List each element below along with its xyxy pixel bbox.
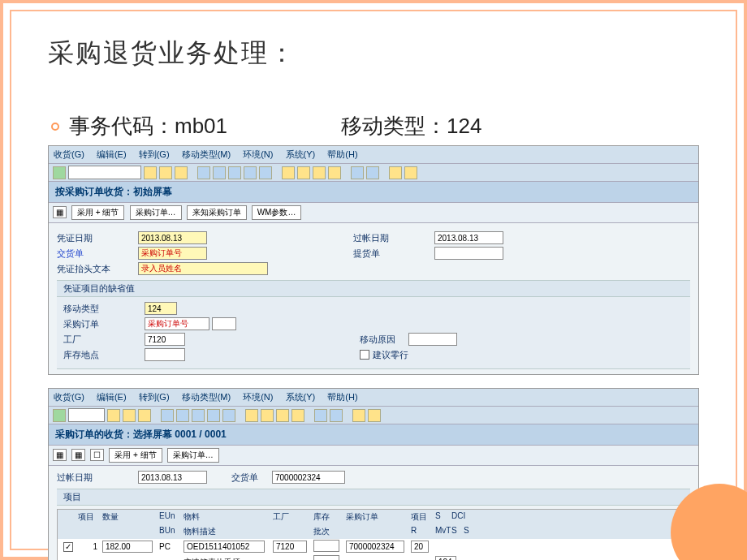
menu-item[interactable]: 系统(Y)	[286, 149, 316, 159]
menu-item[interactable]: 系统(Y)	[286, 392, 316, 402]
slip-field[interactable]: 7000002324	[272, 471, 345, 484]
po-field[interactable]: 采购订单号	[145, 317, 209, 330]
wm-param-button[interactable]: WM参数…	[252, 205, 302, 220]
app-toolbar: ▦ 采用 + 细节 采购订单… 来知采购订单 WM参数…	[49, 203, 698, 223]
menu-item[interactable]: 移动类型(M)	[182, 149, 231, 159]
toolbar-icon[interactable]	[276, 409, 289, 422]
toolbar-icon[interactable]	[107, 409, 120, 422]
plant-field[interactable]: 7120	[145, 333, 185, 346]
row-checkbox[interactable]: ✓	[63, 542, 73, 552]
toolbar-icon[interactable]	[328, 166, 341, 179]
header-text-field[interactable]: 录入员姓名	[138, 262, 268, 275]
adopt-detail-button[interactable]: 采用 + 细节	[71, 205, 124, 220]
toolbar-icon[interactable]	[197, 166, 210, 179]
col-s3: S	[461, 526, 473, 537]
command-field[interactable]	[68, 166, 141, 179]
cell-qty[interactable]: 182.00	[102, 541, 153, 553]
cell-eun: PC	[157, 542, 181, 551]
toolbar-icon[interactable]	[123, 409, 136, 422]
cell-plant[interactable]: 7120	[273, 541, 307, 553]
toolbar-icon[interactable]	[366, 166, 379, 179]
adopt-detail-button[interactable]: 采用 + 细节	[109, 448, 162, 463]
slide-title: 采购退货业务处理：	[48, 36, 699, 71]
table-row: ✓ 1 182.00 PC OED1511401052 7120 7000002…	[58, 539, 689, 554]
standard-toolbar	[49, 407, 698, 424]
toolbar-icon[interactable]	[138, 409, 151, 422]
help-icon[interactable]	[352, 409, 365, 422]
table-row-sub: 变速箱壳体毛坯 124 –	[58, 554, 689, 560]
table-header-row2: BUn 物料描述 批次 R MvT S S	[58, 524, 689, 539]
menu-item[interactable]: 转到(G)	[139, 392, 170, 402]
menu-item[interactable]: 编辑(E)	[97, 392, 127, 402]
po-button[interactable]: 采购订单…	[130, 205, 182, 220]
toolbar-icon[interactable]	[259, 166, 272, 179]
suggest-zero-checkbox[interactable]	[360, 350, 369, 360]
toolbar-icon[interactable]	[314, 409, 327, 422]
table-header-row: 项目 数量 EUn 物料 工厂 库存 采购订单 项目 S DCI	[58, 510, 689, 524]
bill-field[interactable]	[434, 247, 503, 260]
menu-item[interactable]: 编辑(E)	[97, 149, 127, 159]
col-s2: S	[449, 526, 461, 537]
menu-item[interactable]: 移动类型(M)	[182, 392, 231, 402]
header-text-label: 凭证抬头文本	[57, 263, 138, 275]
cell-sloc[interactable]	[313, 540, 339, 552]
toolbar-icon[interactable]	[244, 166, 257, 179]
sap-screenshot-initial: 收货(G) 编辑(E) 转到(G) 移动类型(M) 环境(N) 系统(Y) 帮助…	[48, 145, 699, 375]
unknown-po-button[interactable]: 来知采购订单	[187, 205, 247, 220]
command-field[interactable]	[68, 408, 105, 422]
toolbar-icon[interactable]: ▦	[53, 449, 67, 461]
cell-batch[interactable]	[313, 555, 339, 560]
po-button[interactable]: 采购订单…	[167, 448, 219, 463]
help-icon[interactable]	[389, 166, 402, 179]
menu-item[interactable]: 环境(N)	[243, 392, 273, 402]
menu-item[interactable]: 帮助(H)	[327, 149, 357, 159]
menu-item[interactable]: 帮助(H)	[327, 392, 357, 402]
cell-poitm[interactable]: 20	[411, 541, 429, 553]
menu-item[interactable]: 收货(G)	[54, 149, 84, 159]
cell-mat[interactable]: OED1511401052	[184, 541, 265, 553]
items-table: 项目 数量 EUn 物料 工厂 库存 采购订单 项目 S DCI BUn 物料	[57, 509, 690, 560]
toolbar-icon[interactable]	[161, 409, 174, 422]
bullet-line: 事务代码：mb01 移动类型：124	[48, 112, 699, 140]
toolbar-icon[interactable]	[159, 166, 172, 179]
toolbar-icon[interactable]	[351, 166, 364, 179]
toolbar-icon[interactable]	[313, 166, 326, 179]
toolbar-icon[interactable]	[144, 166, 157, 179]
doc-date-field[interactable]: 2013.08.13	[138, 231, 207, 244]
mvt-type-label: 移动类型	[63, 303, 145, 315]
standard-toolbar	[49, 164, 698, 182]
menu-item[interactable]: 转到(G)	[139, 149, 170, 159]
toolbar-icon[interactable]	[213, 166, 226, 179]
cell-po[interactable]: 7000002324	[346, 541, 404, 553]
post-date-field[interactable]: 2013.08.13	[138, 471, 207, 484]
toolbar-icon[interactable]	[207, 409, 220, 422]
toolbar-icon[interactable]: ▦	[53, 206, 67, 218]
toolbar-icon[interactable]	[245, 409, 258, 422]
sloc-field[interactable]	[145, 348, 185, 361]
toolbar-icon[interactable]	[228, 166, 241, 179]
post-date-field[interactable]: 2013.08.13	[434, 231, 503, 244]
toolbar-icon[interactable]: ☐	[90, 449, 104, 461]
reason-field[interactable]	[408, 333, 457, 346]
menu-item[interactable]: 收货(G)	[54, 392, 84, 402]
toolbar-icon[interactable]	[175, 166, 188, 179]
toolbar-icon[interactable]	[192, 409, 205, 422]
toolbar-icon[interactable]	[297, 166, 310, 179]
screen-title: 按采购订单收货：初始屏幕	[49, 182, 698, 203]
col-r: R	[408, 526, 433, 537]
toolbar-icon[interactable]	[282, 166, 295, 179]
toolbar-icon[interactable]	[291, 409, 304, 422]
slip-field[interactable]: 采购订单号	[138, 247, 207, 260]
layout-icon[interactable]	[368, 409, 381, 422]
toolbar-icon[interactable]: ▦	[71, 449, 85, 461]
mvt-type-field[interactable]: 124	[145, 302, 177, 315]
po-item-field[interactable]	[212, 317, 236, 330]
toolbar-icon[interactable]	[330, 409, 343, 422]
toolbar-icon[interactable]	[176, 409, 189, 422]
layout-icon[interactable]	[404, 166, 417, 179]
menu-item[interactable]: 环境(N)	[243, 149, 273, 159]
ok-icon[interactable]	[53, 166, 66, 179]
toolbar-icon[interactable]	[222, 409, 235, 422]
ok-icon[interactable]	[53, 409, 66, 422]
toolbar-icon[interactable]	[261, 409, 274, 422]
